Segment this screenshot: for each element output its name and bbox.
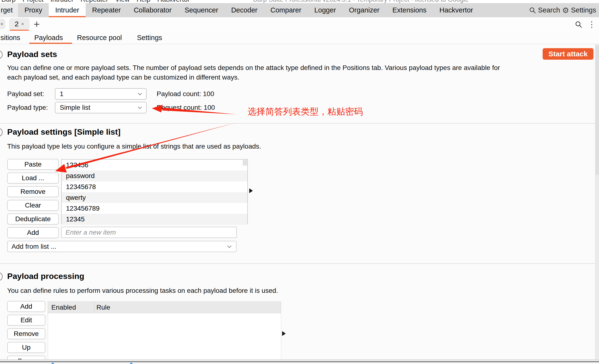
section-collapse-icon[interactable] [0, 50, 3, 59]
attack-tab-bar: × 2 × + ⋮ [0, 17, 599, 31]
menu-view[interactable]: View [115, 0, 130, 3]
add-from-list-select[interactable]: Add from list ... [7, 241, 237, 252]
attack-tab-2[interactable]: 2 × [9, 18, 29, 30]
payload-set-select[interactable]: 1 [55, 88, 147, 100]
payload-processing-description: You can define rules to perform various … [7, 286, 278, 296]
tab-target-partial[interactable]: rget [0, 3, 18, 17]
column-header-enabled: Enabled [51, 304, 76, 311]
subtab-positions-partial[interactable]: sitions [0, 31, 20, 44]
main-tab-bar: rget Proxy Intruder Repeater Collaborato… [0, 3, 599, 17]
search-icon[interactable] [575, 21, 582, 28]
payload-processing-title: Payload processing [7, 271, 84, 281]
paste-button[interactable]: Paste [7, 159, 59, 170]
settings-label: Settings [571, 6, 596, 14]
section-divider [0, 263, 595, 264]
menubar: BurpProjectIntruderRepeaterViewHelpHackv… [1, 0, 197, 3]
menu-help[interactable]: Help [136, 0, 150, 3]
tab-hackvertor[interactable]: Hackvertor [433, 3, 480, 17]
processing-edit-button[interactable]: Edit [7, 315, 45, 326]
menu-repeater[interactable]: Repeater [81, 0, 108, 3]
add-from-list-label: Add from list ... [11, 243, 56, 250]
processing-up-button[interactable]: Up [7, 342, 45, 353]
add-item-button[interactable]: Add [7, 227, 59, 238]
payload-list-item[interactable]: qwerty [62, 192, 247, 203]
subtab-payloads[interactable]: Payloads [34, 31, 63, 44]
close-icon[interactable]: × [0, 21, 3, 27]
payload-type-label: Payload type: [7, 102, 48, 113]
menu-project[interactable]: Project [23, 0, 44, 3]
more-options-icon[interactable]: ⋮ [588, 20, 596, 28]
new-item-input[interactable] [61, 227, 237, 238]
payload-set-label: Payload set: [7, 88, 44, 100]
new-attack-tab-button[interactable]: + [34, 18, 40, 30]
table-header-row: Enabled Rule [48, 302, 281, 313]
chevron-down-icon [138, 105, 142, 109]
taskbar-indicator-dot [52, 363, 54, 364]
attack-tab-2-label: 2 [15, 20, 19, 28]
vertical-scrollbar-thumb[interactable] [595, 45, 599, 175]
payload-list-item[interactable]: 123456 [62, 160, 247, 170]
payload-list-item[interactable]: 12345 [62, 214, 247, 225]
annotation-text: 选择简答列表类型，粘贴密码 [247, 106, 363, 118]
payload-count: Payload count: 100 [157, 88, 214, 100]
clear-button[interactable]: Clear [7, 200, 59, 211]
payload-sets-description-line2: each payload set, and each payload type … [7, 73, 239, 82]
window-titlebar: BurpProjectIntruderRepeaterViewHelpHackv… [0, 0, 599, 3]
attack-tab-overflow-partial[interactable]: × [0, 19, 5, 29]
tab-proxy[interactable]: Proxy [18, 3, 49, 17]
deduplicate-button[interactable]: Deduplicate [7, 213, 59, 225]
menu-hackvertor[interactable]: Hackvertor [157, 0, 190, 3]
tabbar-right-tools: Search ⚙ Settings [529, 3, 599, 17]
search-button[interactable]: Search [529, 6, 560, 14]
menu-burp[interactable]: Burp [1, 0, 16, 3]
payload-type-value: Simple list [60, 104, 90, 111]
payload-list-item[interactable]: 123456789 [62, 203, 247, 214]
taskbar-indicator-dot [130, 363, 132, 364]
subtab-resource-pool[interactable]: Resource pool [77, 31, 122, 44]
payload-list[interactable]: 123456 password 12345678 qwerty 12345678… [61, 159, 248, 224]
tab-organizer[interactable]: Organizer [343, 3, 386, 17]
payload-sets-description-line1: You can define one or more payload sets.… [7, 63, 500, 73]
tab-collaborator[interactable]: Collaborator [127, 3, 178, 17]
start-attack-button[interactable]: Start attack [543, 48, 593, 60]
settings-button[interactable]: ⚙ Settings [562, 6, 596, 14]
panel-expand-arrow-icon[interactable] [249, 188, 253, 193]
request-count: Request count: 100 [157, 102, 215, 113]
section-collapse-icon[interactable] [0, 128, 3, 137]
tab-repeater[interactable]: Repeater [86, 3, 127, 17]
tab-decoder[interactable]: Decoder [225, 3, 264, 17]
tab-extensions[interactable]: Extensions [386, 3, 433, 17]
payload-type-select[interactable]: Simple list [55, 102, 147, 113]
burp-intruder-window: BurpProjectIntruderRepeaterViewHelpHackv… [0, 0, 599, 364]
load-button[interactable]: Load ... [7, 173, 59, 184]
search-label: Search [538, 6, 560, 14]
payload-list-item[interactable]: password [62, 170, 247, 181]
search-icon [529, 7, 536, 14]
tab-logger[interactable]: Logger [308, 3, 342, 17]
payload-settings-description: This payload type lets you configure a s… [7, 142, 261, 151]
tab-sequencer[interactable]: Sequencer [178, 3, 225, 17]
attack-tabbar-tools: ⋮ [575, 17, 596, 31]
payload-settings-title: Payload settings [Simple list] [7, 127, 120, 136]
subtab-settings[interactable]: Settings [137, 31, 162, 44]
gear-icon: ⚙ [562, 7, 569, 14]
close-icon[interactable]: × [21, 21, 24, 27]
intruder-sub-tabs: sitions Payloads Resource pool Settings [0, 31, 599, 44]
panel-expand-arrow-icon[interactable] [282, 331, 286, 336]
processing-remove-button[interactable]: Remove [7, 328, 45, 339]
column-header-rule: Rule [97, 304, 110, 311]
payload-list-item[interactable]: 12345678 [62, 181, 247, 192]
selected-subtab-underline [29, 43, 72, 44]
section-divider [0, 123, 595, 124]
remove-button[interactable]: Remove [7, 186, 59, 197]
processing-rules-table[interactable]: Enabled Rule [48, 301, 281, 360]
tab-comparer[interactable]: Comparer [264, 3, 308, 17]
tab-intruder[interactable]: Intruder [49, 3, 86, 17]
chevron-down-icon [227, 244, 231, 248]
column-divider [94, 302, 95, 313]
section-collapse-icon[interactable] [0, 272, 3, 281]
menu-intruder[interactable]: Intruder [50, 0, 74, 3]
list-scrollbar-thumb[interactable] [243, 160, 247, 166]
processing-add-button[interactable]: Add [7, 301, 45, 312]
window-title: Burp Suite Professional v2024.5.1 - Temp… [253, 0, 468, 3]
